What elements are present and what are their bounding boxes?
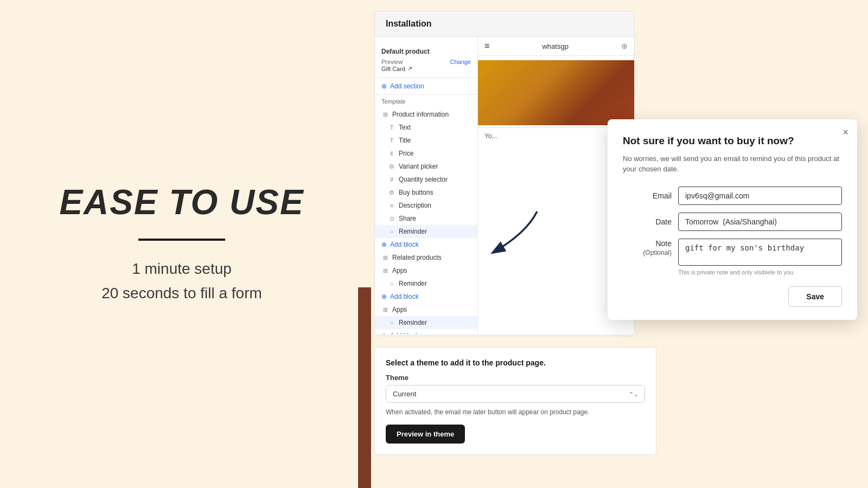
private-note-text: This is private note and only visiblele … [678, 269, 842, 275]
email-label: Email [623, 187, 672, 202]
apps-icon-2: ⊞ [381, 306, 389, 313]
divider [138, 239, 225, 241]
title-icon: T [388, 137, 395, 144]
reminder-apps-icon-2: ○ [388, 319, 395, 326]
theme-description: When activated, the email me later butto… [386, 408, 645, 416]
template-label: Template [375, 95, 477, 108]
installation-window: Installation Default product Preview Cha… [374, 11, 635, 336]
page-title: EASE TO USE [59, 182, 304, 222]
preview-topbar: ≡ whatsgp ⊕ [478, 37, 634, 56]
sidebar-item-apps-2[interactable]: ⊞ Apps [375, 303, 477, 316]
default-product-label: Default product [381, 48, 471, 55]
date-input[interactable] [678, 213, 842, 231]
related-icon: ⊞ [381, 254, 389, 261]
note-optional-label: (Optional) [623, 249, 672, 256]
variant-icon: ⚙ [388, 163, 395, 170]
product-image [478, 60, 634, 125]
sidebar: Default product Preview Change Gift Card… [375, 37, 478, 334]
preview-label: Preview [381, 59, 403, 65]
sidebar-item-quantity[interactable]: # Quantity selector [375, 173, 477, 186]
gift-card-link[interactable]: Gift Card ↗ [381, 65, 471, 72]
sidebar-item-apps-1[interactable]: ⊞ Apps [375, 264, 477, 277]
quantity-icon: # [388, 176, 395, 183]
zoom-icon: ⊕ [621, 42, 628, 50]
sidebar-item-product-info[interactable]: ⊞ Product information [375, 108, 477, 121]
hamburger-icon: ≡ [484, 41, 489, 51]
reminder-icon-1: ○ [388, 228, 395, 235]
note-row: Note (Optional) gift for my son's birthd… [623, 239, 842, 275]
sidebar-item-variant-picker[interactable]: ⚙ Variant picker [375, 160, 477, 173]
sidebar-item-reminder-apps-1[interactable]: ○ Reminder [375, 277, 477, 290]
date-label: Date [623, 213, 672, 228]
modal-form: Email Date Note (Optional) gift for my s… [623, 187, 842, 307]
sidebar-item-price[interactable]: ¢ Price [375, 147, 477, 160]
sidebar-item-title[interactable]: T Title [375, 134, 477, 147]
text-icon: T [388, 124, 395, 131]
theme-select[interactable]: Current [386, 385, 645, 403]
sidebar-item-reminder-1[interactable]: ○ Reminder [375, 225, 477, 238]
price-icon: ¢ [388, 150, 395, 157]
sidebar-item-reminder-apps-2[interactable]: ○ Reminder [375, 316, 477, 329]
grid-icon: ⊞ [381, 111, 389, 118]
brand-name: whatsgp [542, 42, 568, 50]
sidebar-item-description[interactable]: ≡ Description [375, 199, 477, 212]
change-button[interactable]: Change [450, 59, 471, 65]
modal-title: Not sure if you want to buy it now? [623, 134, 842, 148]
modal-close-button[interactable]: × [843, 127, 848, 138]
share-icon: ⊙ [388, 215, 395, 222]
left-panel: EASE TO USE 1 minute setup 20 seconds to… [0, 0, 363, 488]
select-theme-title: Select a theme to add it to the product … [386, 358, 645, 367]
apps-icon-1: ⊞ [381, 267, 389, 274]
bottom-section: Select a theme to add it to the product … [374, 347, 656, 455]
note-textarea[interactable]: gift for my son's birthday [678, 239, 842, 266]
sidebar-item-share[interactable]: ⊙ Share [375, 212, 477, 225]
installation-header: Installation [375, 11, 634, 37]
brown-bar [358, 287, 371, 488]
save-button[interactable]: Save [788, 286, 842, 307]
theme-label: Theme [386, 374, 645, 382]
sidebar-item-text[interactable]: T Text [375, 121, 477, 134]
setup-text: 1 minute setup 20 seconds to fill a form [101, 257, 262, 306]
date-row: Date [623, 213, 842, 231]
sidebar-item-buy[interactable]: ⚙ Buy buttons [375, 186, 477, 199]
email-input[interactable] [678, 187, 842, 205]
note-label: Note [623, 239, 672, 249]
description-icon: ≡ [388, 202, 395, 209]
modal-subtitle: No worries, we will send you an email to… [623, 153, 842, 175]
buy-icon: ⚙ [388, 189, 395, 196]
add-block-btn-3[interactable]: ⊕ Add block [375, 329, 477, 334]
add-block-btn-2[interactable]: ⊕ Add block [375, 290, 477, 303]
theme-select-wrapper: Current [386, 385, 645, 403]
preview-theme-button[interactable]: Preview in theme [386, 425, 465, 444]
add-block-btn-1[interactable]: ⊕ Add block [375, 238, 477, 251]
email-row: Email [623, 187, 842, 205]
add-section-top[interactable]: ⊕ Add section [375, 78, 477, 95]
sidebar-item-related-products[interactable]: ⊞ Related products [375, 251, 477, 264]
modal: × Not sure if you want to buy it now? No… [608, 119, 857, 320]
reminder-apps-icon-1: ○ [388, 280, 395, 287]
